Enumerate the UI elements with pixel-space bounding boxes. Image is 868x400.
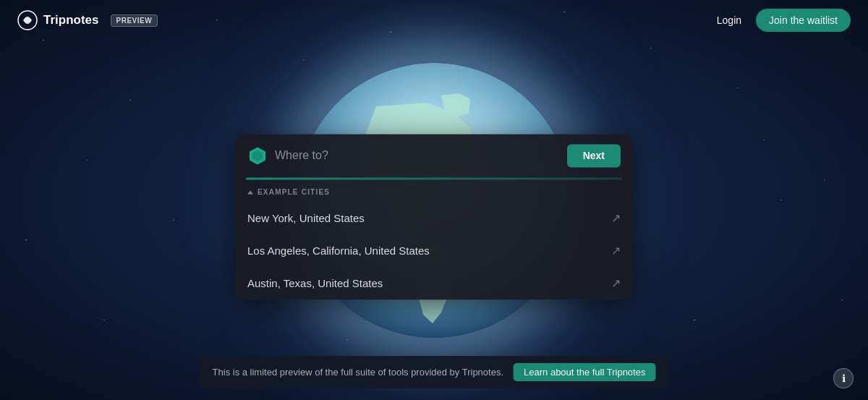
logo-text: Tripnotes (43, 13, 99, 27)
banner-text: This is a limited preview of the full su… (213, 367, 503, 378)
search-panel: Next EXAMPLE CITIES New York, United Sta… (236, 134, 632, 299)
arrow-icon: ↗ (611, 276, 621, 290)
city-list: New York, United States ↗ Los Angeles, C… (236, 202, 632, 299)
preview-badge: PREVIEW (111, 14, 158, 27)
search-row: Next (236, 134, 632, 177)
arrow-icon: ↗ (611, 211, 621, 225)
brand-logo[interactable]: Tripnotes PREVIEW (17, 10, 158, 30)
next-button[interactable]: Next (567, 144, 621, 167)
search-input[interactable] (275, 149, 560, 162)
waitlist-button[interactable]: Join the waitlist (756, 9, 851, 32)
city-name: New York, United States (247, 212, 365, 224)
location-icon (247, 145, 268, 166)
example-cities-header: EXAMPLE CITIES (236, 179, 632, 202)
list-item[interactable]: New York, United States ↗ (236, 202, 632, 234)
navbar: Tripnotes PREVIEW Login Join the waitlis… (0, 0, 868, 41)
arrow-icon: ↗ (611, 244, 621, 258)
list-item[interactable]: Los Angeles, California, United States ↗ (236, 234, 632, 267)
info-icon: ℹ (842, 373, 846, 384)
logo-icon (17, 10, 38, 30)
info-button[interactable]: ℹ (833, 368, 854, 388)
city-name: Austin, Texas, United States (247, 277, 383, 289)
city-name: Los Angeles, California, United States (247, 244, 430, 257)
login-button[interactable]: Login (708, 10, 750, 30)
banner-link-button[interactable]: Learn about the full Tripnotes (514, 363, 655, 381)
list-item[interactable]: Austin, Texas, United States ↗ (236, 267, 632, 299)
bottom-banner: This is a limited preview of the full su… (200, 356, 669, 388)
chevron-up-icon (247, 190, 253, 194)
example-cities-label: EXAMPLE CITIES (258, 188, 330, 196)
